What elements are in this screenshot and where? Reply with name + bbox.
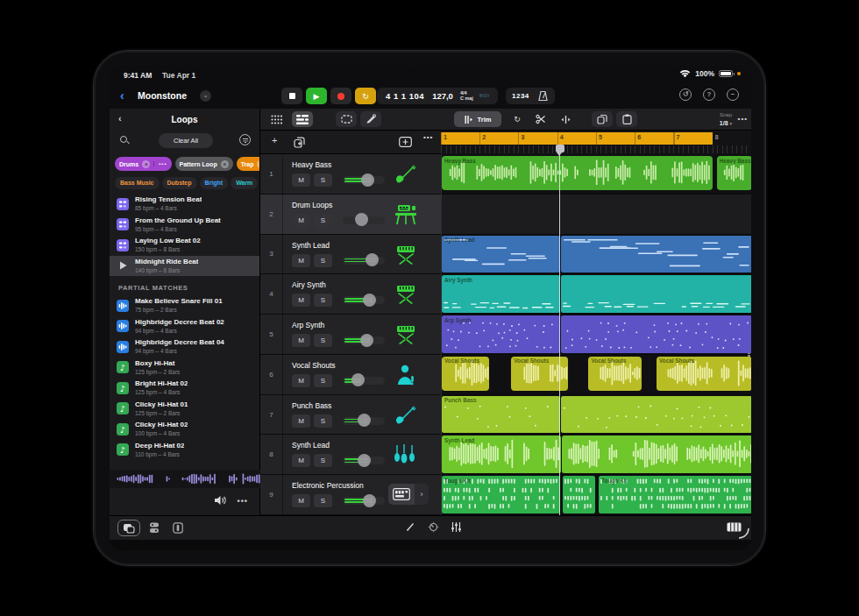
volume-knob[interactable] [358, 454, 371, 467]
loop-list-item[interactable]: ♪ Clicky Hi-Hat 01 125 bpm – 2 Bars [110, 399, 259, 420]
split-scissors-icon[interactable] [530, 111, 551, 127]
track-header[interactable]: 4Airy SynthMS [260, 274, 441, 315]
pencil-edit-icon[interactable] [406, 522, 415, 532]
tag-suggestion[interactable]: Bass Music [115, 177, 160, 189]
volume-knob[interactable] [361, 173, 374, 187]
region-segment[interactable] [561, 236, 751, 273]
track-instrument-icon[interactable] [392, 362, 420, 388]
join-tool-icon[interactable] [555, 111, 576, 127]
smart-controls-icon[interactable] [428, 521, 439, 533]
track-lane[interactable]: Airy Synth [442, 274, 751, 315]
track-name[interactable]: Synth Lead [292, 441, 330, 450]
solo-button[interactable]: S [314, 334, 332, 347]
record-button[interactable] [330, 88, 351, 104]
track-name[interactable]: Arp Synth [292, 321, 324, 329]
track-lane[interactable]: Tough KitTough Kit [442, 475, 751, 515]
undo-icon[interactable]: ↺ [679, 89, 692, 101]
loop-list-item[interactable]: ♪ Bright Hi-Hat 02 125 bpm – 4 Bars [110, 378, 259, 399]
track-header-more-icon[interactable]: ••• [423, 133, 433, 141]
loop-browser-toggle-icon[interactable] [117, 520, 140, 536]
track-volume-slider[interactable] [343, 457, 385, 464]
back-chevron-icon[interactable]: ‹ [120, 89, 124, 103]
track-header[interactable]: 9Electronic PercussionMS› [260, 475, 441, 515]
chip-more-icon[interactable]: ••• [153, 161, 167, 166]
loop-list-item[interactable]: ♪ Boxy Hi-Hat 125 bpm – 2 Bars [110, 358, 259, 379]
track-instrument-icon[interactable] [388, 484, 415, 505]
track-name[interactable]: Punch Bass [292, 401, 331, 410]
loop-list-item[interactable]: Highbridge Decree Beat 04 94 bpm – 4 Bar… [110, 336, 259, 358]
plugins-browser-icon[interactable] [149, 522, 160, 534]
track-header[interactable]: 6Vocal ShoutsMS [260, 355, 441, 395]
region-vocal-shouts[interactable]: Vocal Shouts [657, 357, 751, 391]
solo-button[interactable]: S [314, 374, 332, 387]
volume-knob[interactable] [358, 414, 371, 427]
volume-knob[interactable] [351, 373, 365, 386]
stop-button[interactable] [281, 88, 302, 104]
loop-list-item[interactable]: Laying Low Beat 02 150 bpm – 8 Bars [110, 235, 259, 256]
chip-remove-icon[interactable]: × [142, 160, 150, 168]
loop-tool-icon[interactable]: ↻ [507, 111, 528, 127]
track-instrument-icon[interactable] [392, 161, 420, 188]
track-header[interactable]: 3Synth LeadMS [260, 235, 441, 275]
volume-knob[interactable] [355, 213, 368, 226]
speaker-icon[interactable] [214, 495, 227, 506]
loops-back-chevron-icon[interactable]: ‹ [118, 113, 122, 124]
loop-preview-waveform[interactable] [110, 470, 260, 488]
solo-button[interactable]: S [314, 214, 332, 227]
track-name[interactable]: Synth Lead [292, 241, 330, 250]
region-segment[interactable] [563, 476, 595, 513]
track-header[interactable]: 7Punch BassMS [260, 395, 441, 435]
track-lane[interactable]: Synth Lead [442, 235, 751, 275]
loop-list-item[interactable]: ♪ Clicky Hi-Hat 02 100 bpm – 4 Bars [110, 419, 259, 440]
loop-list-item[interactable]: Rising Tension Beat 85 bpm – 4 Bars [110, 194, 259, 215]
track-instrument-icon[interactable] [392, 202, 420, 228]
region-segment[interactable] [561, 396, 751, 434]
trim-tool-button[interactable]: Trim [454, 111, 501, 127]
track-header[interactable]: 1Heavy BassMS [260, 154, 441, 195]
region-tough-kit[interactable]: Tough Kit [599, 476, 751, 513]
tag-suggestion[interactable]: Dubstep [162, 177, 197, 189]
mute-button[interactable]: M [292, 294, 310, 307]
volume-knob[interactable] [363, 494, 376, 507]
solo-button[interactable]: S [314, 414, 332, 428]
lcd-display[interactable]: 4 1 1 104 127,0 4/4 C maj MIDI [377, 88, 498, 104]
tag-suggestion[interactable]: Bright [200, 177, 229, 189]
volume-knob[interactable] [366, 253, 379, 266]
mixer-icon[interactable] [451, 521, 462, 533]
more-options-icon[interactable]: − [727, 89, 739, 101]
track-instrument-icon[interactable] [392, 322, 420, 348]
track-name[interactable]: Drum Loops [292, 201, 332, 209]
region-arp-synth[interactable]: Arp Synth [442, 315, 560, 353]
mute-button[interactable]: M [292, 254, 310, 267]
chip-remove-icon[interactable]: × [257, 160, 259, 168]
loop-list-item[interactable]: Highbridge Decree Beat 02 94 bpm – 4 Bar… [110, 316, 259, 337]
tag-suggestion[interactable]: Warm [231, 177, 258, 189]
track-lane[interactable]: Arp Synth [442, 315, 751, 355]
grid-view-icon[interactable] [266, 111, 287, 127]
metronome-icon[interactable] [537, 90, 549, 102]
filter-chip[interactable]: Trap × [237, 157, 259, 171]
loop-list-item[interactable]: Midnight Ride Beat 140 bpm – 8 Bars [110, 256, 259, 277]
tracks-view-icon[interactable] [292, 111, 313, 127]
duplicate-track-icon[interactable] [294, 137, 305, 150]
region-synth-lead[interactable]: Synth Lead [442, 236, 560, 273]
timeline-ruler[interactable]: 12345678 [441, 131, 751, 154]
track-volume-slider[interactable] [343, 176, 385, 184]
solo-button[interactable]: S [314, 254, 332, 267]
filter-chip[interactable]: Drums × ••• [115, 157, 172, 171]
region-vocal-shouts[interactable]: Vocal Shouts [442, 357, 489, 391]
region-vocal-shouts[interactable]: Vocal Shouts [588, 357, 641, 391]
track-volume-slider[interactable] [343, 216, 385, 224]
track-header[interactable]: 2Drum LoopsMS [260, 195, 441, 235]
track-volume-slider[interactable] [343, 336, 385, 344]
play-button[interactable]: ▶ [306, 88, 327, 104]
track-volume-slider[interactable] [343, 257, 385, 265]
track-volume-slider[interactable] [343, 417, 385, 425]
add-region-icon[interactable] [399, 137, 412, 149]
toolbar-more-icon[interactable]: ••• [738, 115, 748, 123]
track-name[interactable]: Electronic Percussion [292, 481, 364, 490]
track-expand-chevron-icon[interactable]: › [415, 484, 429, 505]
filter-chip[interactable]: Pattern Loop × [175, 157, 233, 171]
marquee-tool-icon[interactable] [336, 111, 357, 127]
solo-button[interactable]: S [314, 494, 332, 507]
